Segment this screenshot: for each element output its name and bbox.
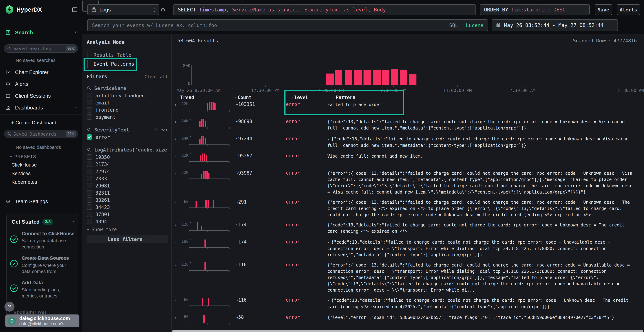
saved-dashboards-input[interactable]: Saved Dashboards ⌘K [4,130,78,138]
pattern-text[interactable]: ×{"code":13,"details":"failed to charge … [327,297,644,310]
histogram-bar[interactable] [409,74,416,85]
get-started-item[interactable]: Create Data Sources Configure where your… [6,251,78,276]
pattern-text[interactable]: {"error":{"code":13,"details":"failed to… [327,170,644,195]
histogram-bar[interactable] [391,70,398,85]
filter-option[interactable]: artillery-loadgen [87,92,168,99]
orderby-input[interactable]: ORDER BY TimestampTime DESC [480,4,590,15]
search-icon[interactable] [87,148,92,152]
pattern-row[interactable]: 24K~97244error×{"code":13,"details":"fai… [172,136,644,149]
sidebar-item-client-sessions[interactable]: Client Sessions [0,91,82,100]
pattern-text[interactable]: ×{"code":13,"details":"failed to charge … [327,136,644,149]
pattern-row[interactable]: 60~116error×{"code":13,"details":"failed… [172,297,644,310]
pattern-row[interactable]: 22K~95267errorVisa cache full: cannot ad… [172,153,644,166]
chevron-up-icon[interactable] [75,32,77,34]
filter-option[interactable]: 34423 [87,204,168,211]
checkbox[interactable] [87,169,92,174]
show-more-link[interactable]: Show more [87,227,117,232]
sidebar-item-dashboards[interactable]: Dashboards [0,103,82,112]
row-expand-chevron-icon[interactable] [172,136,178,141]
lucene-mode-toggle[interactable]: Lucene [466,22,483,28]
create-dashboard-button[interactable]: + Create Dashboard [0,118,82,127]
filter-option[interactable]: 22974 [87,168,168,175]
checkbox[interactable] [87,176,92,181]
filter-option[interactable]: 4894 [87,218,168,225]
checkbox-checked[interactable] [87,134,92,140]
alerts-button[interactable]: Alerts [617,4,640,15]
horizontal-scrollbar[interactable] [172,330,643,332]
sidebar-item-alerts[interactable]: Alerts [0,80,82,89]
histogram-bar[interactable] [354,70,362,85]
sidebar-item-clickhouse[interactable]: ClickHouse [12,162,37,168]
sidebar-item-search[interactable]: Search [0,28,82,37]
row-expand-chevron-icon[interactable] [172,119,178,124]
filter-option[interactable]: 33261 [87,196,168,204]
row-expand-chevron-icon[interactable] [172,153,178,158]
filter-option[interactable]: 2333 [87,175,168,182]
search-icon[interactable] [87,127,92,132]
search-input[interactable]: Search your events w/ Lucene ex. column:… [87,19,488,31]
filter-option[interactable]: payment [87,114,168,120]
save-button[interactable]: Save [595,4,612,15]
help-button[interactable]: ? [4,302,14,312]
col-header-trend[interactable]: Trend [180,95,194,100]
row-expand-chevron-icon[interactable] [172,102,178,106]
row-expand-chevron-icon[interactable] [172,239,178,244]
col-header-count[interactable]: Count [238,95,252,100]
sql-mode-toggle[interactable]: SQL [449,22,458,28]
histogram-bar[interactable] [335,70,342,85]
get-started-item[interactable]: Connect to ClickHouse Set up your databa… [6,227,78,251]
histogram-bar[interactable] [345,70,352,85]
histogram-bar[interactable] [400,70,407,85]
pattern-row[interactable]: 60~291error{"error":{"code":13,"details"… [172,199,644,218]
checkbox[interactable] [87,204,92,210]
source-settings-gear-icon[interactable]: ⚙ [161,6,165,13]
checkbox[interactable] [87,212,92,217]
checkbox[interactable] [87,93,92,98]
sidebar-item-chart-explorer[interactable]: Chart Explorer [0,68,82,77]
checkbox[interactable] [87,100,92,105]
checkbox[interactable] [87,154,92,160]
filter-option[interactable]: frontend [87,106,168,114]
pattern-row[interactable]: 22K~93987error{"error":{"code":13,"detai… [172,170,644,195]
row-expand-chevron-icon[interactable] [172,222,178,227]
pattern-text[interactable]: Visa cache full: cannot add new item. [327,153,644,160]
table-options-icon[interactable]: ⋮ [636,95,640,100]
histogram-bar[interactable] [364,70,371,85]
pattern-row[interactable]: 120~174error{"code":13,"details":"failed… [172,222,644,235]
filter-option[interactable]: 21734 [87,161,168,168]
pattern-text[interactable]: {"code":13,"details":"failed to charge c… [327,119,644,131]
chevron-up-icon[interactable] [75,106,77,108]
histogram-bar[interactable] [382,70,389,85]
pattern-row[interactable]: 120~116error{"error":{"code":13,"details… [172,262,644,293]
checkbox[interactable] [87,190,92,196]
pattern-row[interactable]: 22K~103351errorFailed to place order [172,102,644,115]
sidebar-item-kubernetes[interactable]: Kubernetes [12,179,37,185]
get-started-item[interactable]: Add Data Start sending logs, metrics, or… [6,276,78,300]
less-filters-button[interactable]: Less filters [87,235,168,243]
sidebar-item-team-settings[interactable]: ⚙ Team Settings [0,197,82,206]
pattern-row[interactable]: 180~174error×{"code":13,"details":"faile… [172,239,644,258]
sidebar-collapse-icon[interactable] [72,6,78,13]
pattern-row[interactable]: 24K~98698error{"code":13,"details":"fail… [172,119,644,132]
presets-section[interactable]: PRESETS [10,154,36,159]
filter-option[interactable]: error [87,134,168,140]
clear-filter-link[interactable]: Clear [155,127,168,132]
row-expand-chevron-icon[interactable] [172,199,178,204]
filter-option[interactable]: 19350 [87,154,168,161]
histogram-bar[interactable] [326,74,334,85]
checkbox[interactable] [87,219,92,224]
pattern-text[interactable]: {"level":"error","span_id":"53060b827c62… [327,314,644,321]
date-range-picker[interactable]: May 26 08:52:44 - May 27 08:52:44 [492,19,618,31]
pattern-text[interactable]: {"code":13,"details":"failed to charge c… [327,222,644,234]
checkbox[interactable] [87,114,92,120]
select-columns-input[interactable]: SELECT Timestamp, ServiceName as service… [173,4,476,15]
get-started-header[interactable]: Get Started 3/3 [6,214,78,227]
checkbox[interactable] [87,197,92,203]
row-expand-chevron-icon[interactable] [172,297,178,302]
histogram-bar[interactable] [373,70,381,85]
row-expand-chevron-icon[interactable] [172,262,178,267]
checkbox[interactable] [87,107,92,112]
chevron-up-icon[interactable] [72,221,74,223]
checkbox[interactable] [87,183,92,188]
search-icon[interactable] [87,86,92,90]
